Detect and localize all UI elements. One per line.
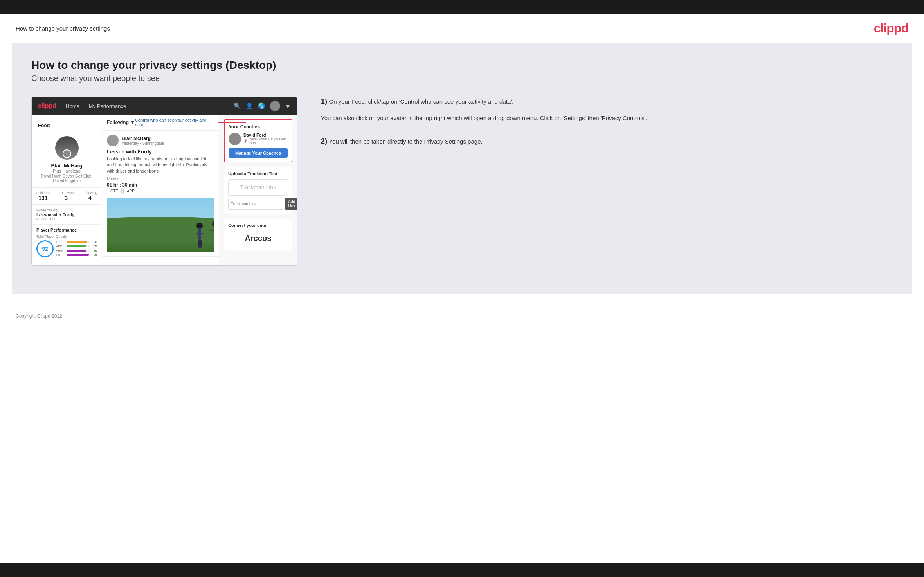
main-content: How to change your privacy settings (Des… xyxy=(12,43,912,294)
app-feed: Following ▼ Control who can see your act… xyxy=(102,115,219,265)
coach-item: David Ford 📍 Royal North Devon Golf Club xyxy=(229,133,288,145)
instructions-panel: 1) On your Feed, click/tap on 'Control w… xyxy=(313,97,893,160)
step1-text: 1) On your Feed, click/tap on 'Control w… xyxy=(321,97,893,106)
profile-club: Royal North Devon Golf Club, United King… xyxy=(36,174,97,183)
latest-activity-name: Lesson with Fordy xyxy=(36,212,97,217)
bar-putt: PUTT 96 xyxy=(56,253,97,257)
bar-arg: ARG 86 xyxy=(56,249,97,252)
nav-performance-link[interactable]: My Performance xyxy=(89,103,126,109)
latest-activity-date: 03 Aug 2022 xyxy=(36,217,97,221)
bottom-bar xyxy=(0,563,924,577)
feed-item-header: Blair McHarg Yesterday · Sunningdale xyxy=(107,135,214,146)
coach-club: 📍 Royal North Devon Golf Club xyxy=(243,137,288,145)
coach-avatar xyxy=(229,133,241,145)
bar-ott: OTT 90 xyxy=(56,240,97,244)
nav-home-link[interactable]: Home xyxy=(66,103,79,109)
svg-rect-7 xyxy=(200,240,202,248)
chevron-down-icon[interactable]: ▼ xyxy=(285,103,291,110)
coaches-section: Your Coaches David Ford 📍 Royal North De… xyxy=(224,119,292,162)
add-link-button[interactable]: Add Link xyxy=(285,198,297,210)
bar-app: APP 85 xyxy=(56,244,97,248)
app-nav-logo: clippd xyxy=(38,102,56,110)
following-label: Following xyxy=(107,120,129,125)
stat-following-label: Following xyxy=(83,191,97,195)
globe-icon[interactable]: 🌎 xyxy=(258,102,265,110)
svg-rect-5 xyxy=(196,233,204,234)
step1-main-text: On your Feed, click/tap on 'Control who … xyxy=(329,98,513,105)
perf-title: Player Performance xyxy=(36,228,97,232)
instruction-step1: 1) On your Feed, click/tap on 'Control w… xyxy=(321,97,893,123)
tag-app: APP xyxy=(123,188,138,194)
quality-label: Total Player Quality xyxy=(36,235,97,239)
stat-following-value: 4 xyxy=(83,195,97,201)
trackman-input[interactable] xyxy=(228,198,283,210)
feed-user-location: Yesterday · Sunningdale xyxy=(122,141,164,146)
step1-number: 1) xyxy=(321,97,327,105)
connect-title: Connect your data xyxy=(228,223,288,228)
profile-image xyxy=(55,136,79,160)
step2-main-text: You will then be taken directly to the P… xyxy=(329,138,482,145)
user-icon[interactable]: 👤 xyxy=(246,102,253,110)
feed-tab[interactable]: Feed xyxy=(32,119,102,131)
step2-number: 2) xyxy=(321,137,327,145)
feed-user-info: Blair McHarg Yesterday · Sunningdale xyxy=(122,136,164,146)
svg-point-3 xyxy=(196,223,203,229)
profile-section: Blair McHarg Plus Handicap Royal North D… xyxy=(32,131,102,188)
feed-post-title: Lesson with Fordy xyxy=(107,149,214,155)
mockup-wrapper: clippd Home My Performance 🔍 👤 🌎 ▼ Feed xyxy=(31,97,893,266)
top-bar xyxy=(0,0,924,14)
stat-activities-label: Activities xyxy=(36,191,50,195)
stat-followers: Followers 3 xyxy=(59,191,74,201)
app-right-panel: Your Coaches David Ford 📍 Royal North De… xyxy=(219,115,297,265)
stat-followers-label: Followers xyxy=(59,191,74,195)
svg-rect-6 xyxy=(198,240,200,248)
trackman-section: Upload a Trackman Test Trackman Link Add… xyxy=(224,167,292,214)
step1-extra-text: You can also click on your avatar in the… xyxy=(321,115,647,121)
clippd-logo: clippd xyxy=(874,21,908,36)
profile-handicap: Plus Handicap xyxy=(36,169,97,173)
connect-section: Connect your data Arccos xyxy=(224,219,292,250)
stat-following: Following 4 xyxy=(83,191,97,201)
app-screenshot: clippd Home My Performance 🔍 👤 🌎 ▼ Feed xyxy=(31,97,297,266)
trackman-title: Upload a Trackman Test xyxy=(228,171,288,176)
svg-point-2 xyxy=(107,217,214,241)
latest-activity-section: Latest Activity Lesson with Fordy 03 Aug… xyxy=(32,205,102,224)
step2-text: 2) You will then be taken directly to th… xyxy=(321,137,893,146)
app-body: Feed Blair McHarg Plus Handicap Royal No… xyxy=(32,115,297,265)
quality-score: 92 xyxy=(36,240,54,257)
trackman-placeholder: Trackman Link xyxy=(228,179,288,196)
breadcrumb: How to change your privacy settings xyxy=(16,25,110,32)
coach-club-name: Royal North Devon Golf Club xyxy=(249,137,288,145)
feed-duration-value: 01 hr : 30 min xyxy=(107,182,214,188)
site-header: How to change your privacy settings clip… xyxy=(0,14,924,43)
svg-rect-10 xyxy=(210,230,214,231)
page-subtitle: Choose what you want people to see xyxy=(31,74,893,83)
latest-activity-label: Latest Activity xyxy=(36,208,97,212)
site-footer: Copyright Clippd 2022 xyxy=(0,306,924,327)
following-button[interactable]: Following ▼ xyxy=(107,120,135,125)
red-line-horizontal xyxy=(218,122,246,123)
stat-activities-value: 131 xyxy=(36,195,50,201)
trackman-input-row: Add Link xyxy=(228,198,288,210)
feed-item: Blair McHarg Yesterday · Sunningdale Les… xyxy=(102,131,219,257)
svg-rect-9 xyxy=(214,226,214,237)
app-nav-right: 🔍 👤 🌎 ▼ xyxy=(234,101,291,111)
quality-row: 92 OTT 90 APP 85 xyxy=(36,240,97,257)
manage-coaches-button[interactable]: Manage Your Coaches xyxy=(229,148,288,158)
search-icon[interactable]: 🔍 xyxy=(234,102,241,110)
location-icon: 📍 xyxy=(243,139,248,143)
chevron-down-icon: ▼ xyxy=(130,120,135,125)
tag-ott: OTT xyxy=(107,188,122,194)
control-link[interactable]: Control who can see your activity and da… xyxy=(135,118,214,127)
feed-header: Following ▼ Control who can see your act… xyxy=(102,115,219,131)
coaches-wrapper: Your Coaches David Ford 📍 Royal North De… xyxy=(224,119,292,162)
arccos-logo: Arccos xyxy=(228,231,288,246)
feed-user-name: Blair McHarg xyxy=(122,136,164,141)
nav-avatar[interactable] xyxy=(270,101,280,111)
copyright-text: Copyright Clippd 2022 xyxy=(16,313,62,319)
feed-duration-label: Duration xyxy=(107,176,214,181)
stat-activities: Activities 131 xyxy=(36,191,50,201)
feed-image xyxy=(107,198,214,252)
stat-followers-value: 3 xyxy=(59,195,74,201)
app-sidebar: Feed Blair McHarg Plus Handicap Royal No… xyxy=(32,115,102,265)
